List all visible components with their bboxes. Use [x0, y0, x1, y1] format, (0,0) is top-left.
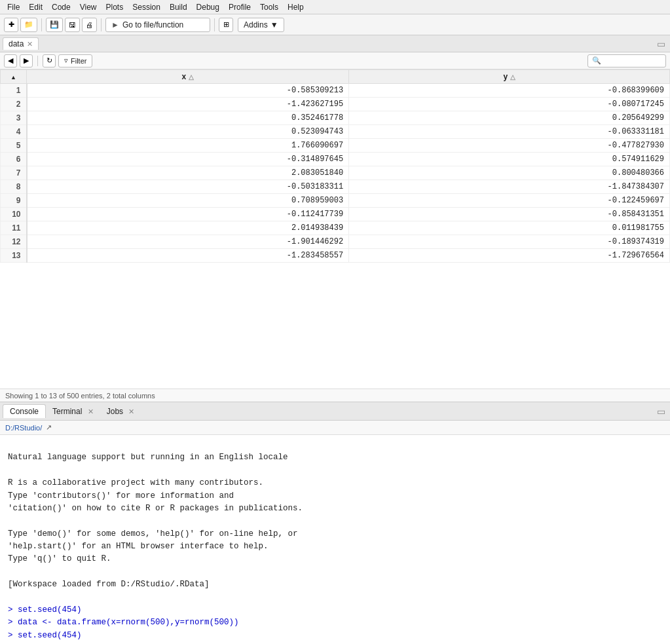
- nav-back-button[interactable]: ◀: [4, 54, 17, 67]
- cell-y: -0.868399609: [349, 84, 670, 98]
- cell-x: -1.901446292: [27, 235, 349, 249]
- table-row: 7 2.083051840 0.800480366: [1, 166, 670, 180]
- menu-profile[interactable]: Profile: [224, 2, 255, 12]
- new-file-button[interactable]: ✚: [4, 18, 18, 32]
- save-button[interactable]: 💾: [46, 18, 63, 32]
- table-row: 13 -1.283458557 -1.729676564: [1, 249, 670, 263]
- table-row: 8 -0.503183311 -1.847384307: [1, 180, 670, 194]
- cell-x: -0.585309213: [27, 84, 349, 98]
- toolbar-sep-2: [101, 18, 102, 31]
- table-row: 12 -1.901446292 -0.189374319: [1, 235, 670, 249]
- cell-x: -1.283458557: [27, 249, 349, 263]
- menu-tools[interactable]: Tools: [255, 2, 283, 12]
- cell-x: -0.503183311: [27, 180, 349, 194]
- goto-field[interactable]: ► Go to file/function: [105, 18, 210, 32]
- menu-file[interactable]: File: [3, 2, 24, 12]
- menu-view[interactable]: View: [75, 2, 102, 12]
- console-output[interactable]: Natural language support but running in …: [0, 435, 670, 644]
- col-y-header[interactable]: y △: [349, 70, 670, 84]
- row-index: 4: [1, 125, 27, 139]
- console-panel-expand-icon[interactable]: ▭: [654, 406, 667, 417]
- console-tab-jobs[interactable]: Jobs ✕: [100, 405, 141, 418]
- table-row: 1 -0.585309213 -0.868399609: [1, 84, 670, 98]
- nav-forward-button[interactable]: ▶: [20, 54, 33, 67]
- row-index: 2: [1, 98, 27, 111]
- cell-x: 1.766090697: [27, 139, 349, 153]
- addins-button[interactable]: Addins ▼: [238, 18, 284, 32]
- terminal-tab-close-icon[interactable]: ✕: [88, 407, 94, 415]
- toolbar: ✚ 📁 💾 🖫 🖨 ► Go to file/function ⊞ Addins…: [0, 14, 670, 35]
- console-path-arrow-icon: ↗: [46, 423, 52, 432]
- sort-icon: ▲: [10, 74, 16, 81]
- cell-x: -1.423627195: [27, 98, 349, 111]
- cell-y: -0.122459697: [349, 194, 670, 208]
- menu-code[interactable]: Code: [47, 2, 75, 12]
- print-button[interactable]: 🖨: [82, 18, 97, 32]
- menu-build[interactable]: Build: [165, 2, 192, 12]
- filter-button[interactable]: ▿ Filter: [58, 54, 92, 67]
- status-text: Showing 1 to 13 of 500 entries, 2 total …: [5, 392, 155, 400]
- search-icon: 🔍: [592, 56, 601, 65]
- cell-y: -1.847384307: [349, 180, 670, 194]
- row-index: 9: [1, 194, 27, 208]
- cell-x: -0.112417739: [27, 208, 349, 221]
- table-row: 6 -0.314897645 0.574911629: [1, 153, 670, 166]
- data-tab-label: data: [9, 39, 24, 48]
- grid-button[interactable]: ⊞: [219, 18, 233, 32]
- filter-label: Filter: [71, 57, 86, 65]
- cell-y: -0.063331181: [349, 125, 670, 139]
- row-index: 13: [1, 249, 27, 263]
- col-y-label: y: [504, 72, 508, 81]
- col-x-header[interactable]: x △: [27, 70, 349, 84]
- cell-x: 0.708959003: [27, 194, 349, 208]
- cell-x: 0.523094743: [27, 125, 349, 139]
- row-index: 6: [1, 153, 27, 166]
- goto-icon: ►: [111, 20, 119, 29]
- cell-x: 2.014938439: [27, 221, 349, 235]
- console-path-link[interactable]: D:/RStudio/: [5, 424, 42, 432]
- menu-edit[interactable]: Edit: [24, 2, 47, 12]
- refresh-button[interactable]: ↻: [43, 54, 56, 67]
- menu-help[interactable]: Help: [283, 2, 308, 12]
- console-panel: Console Terminal ✕ Jobs ✕ ▭ D:/RStudio/ …: [0, 402, 670, 644]
- table-row: 3 0.352461778 0.205649299: [1, 111, 670, 125]
- cell-y: -0.477827930: [349, 139, 670, 153]
- cell-y: -1.729676564: [349, 249, 670, 263]
- data-table: ▲ x △ y △ 1 -0.585309213 -0.868399609 2 …: [0, 69, 670, 263]
- row-index: 3: [1, 111, 27, 125]
- console-tab-console[interactable]: Console: [3, 404, 46, 418]
- data-status: Showing 1 to 13 of 500 entries, 2 total …: [0, 388, 670, 402]
- addins-label: Addins: [244, 20, 268, 29]
- cell-x: -0.314897645: [27, 153, 349, 166]
- cell-y: -0.189374319: [349, 235, 670, 249]
- addins-chevron-icon: ▼: [270, 20, 278, 29]
- cell-y: 0.574911629: [349, 153, 670, 166]
- menu-session[interactable]: Session: [128, 2, 165, 12]
- row-index: 7: [1, 166, 27, 180]
- data-tab[interactable]: data ✕: [3, 37, 39, 50]
- console-tab-console-label: Console: [10, 407, 39, 416]
- row-index: 8: [1, 180, 27, 194]
- data-table-wrapper: ▲ x △ y △ 1 -0.585309213 -0.868399609 2 …: [0, 69, 670, 388]
- panel-expand-icon[interactable]: ▭: [654, 39, 667, 49]
- row-index: 1: [1, 84, 27, 98]
- console-tabs: Console Terminal ✕ Jobs ✕ ▭: [0, 402, 670, 421]
- console-path-bar: D:/RStudio/ ↗: [0, 421, 670, 435]
- table-row: 5 1.766090697 -0.477827930: [1, 139, 670, 153]
- table-row: 2 -1.423627195 -0.080717245: [1, 98, 670, 111]
- row-index: 11: [1, 221, 27, 235]
- cell-x: 0.352461778: [27, 111, 349, 125]
- search-box[interactable]: 🔍: [587, 54, 666, 67]
- menu-plots[interactable]: Plots: [102, 2, 128, 12]
- toolbar-sep: [37, 56, 38, 66]
- console-tab-terminal[interactable]: Terminal ✕: [46, 405, 100, 418]
- save-all-button[interactable]: 🖫: [65, 18, 80, 32]
- menu-debug[interactable]: Debug: [192, 2, 224, 12]
- toolbar-sep-1: [41, 18, 42, 31]
- col-x-sort-icon: △: [189, 73, 194, 81]
- toolbar-sep-3: [214, 18, 215, 31]
- jobs-tab-close-icon[interactable]: ✕: [128, 407, 134, 415]
- data-tab-close-icon[interactable]: ✕: [27, 40, 33, 48]
- console-tab-terminal-label: Terminal: [52, 407, 82, 416]
- open-file-button[interactable]: 📁: [20, 18, 37, 32]
